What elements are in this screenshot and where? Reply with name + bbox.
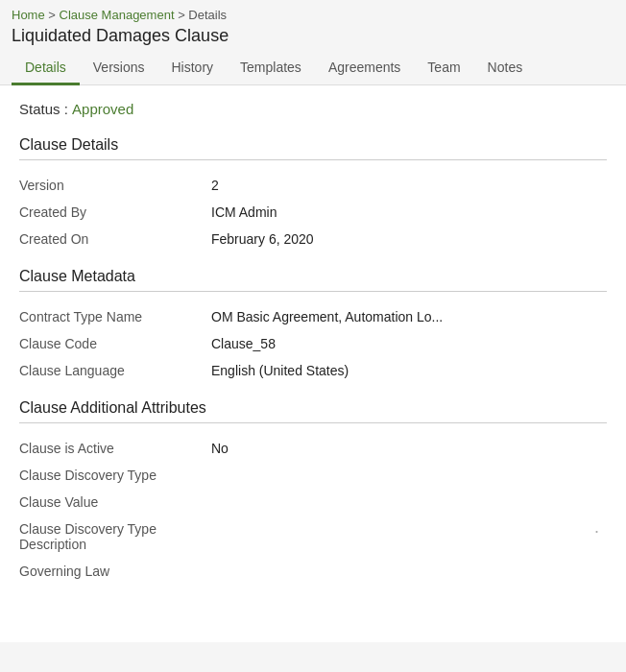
field-clause-code: Clause Code Clause_58: [19, 330, 607, 357]
breadcrumb-home[interactable]: Home: [12, 8, 45, 22]
field-clause-active: Clause is Active No: [19, 435, 607, 462]
tab-history[interactable]: History: [158, 52, 228, 85]
field-clause-language-label: Clause Language: [19, 363, 211, 378]
main-content: Status : Approved Clause Details Version…: [0, 85, 626, 642]
field-governing-law-label: Governing Law: [19, 564, 211, 579]
field-clause-active-label: Clause is Active: [19, 441, 211, 456]
breadcrumb: Home > Clause Management > Details: [0, 0, 626, 26]
clause-additional-divider: [19, 422, 607, 423]
field-clause-value: Clause Value: [19, 489, 607, 516]
field-created-on-value: February 6, 2020: [211, 231, 314, 247]
clause-metadata-section: Clause Metadata Contract Type Name OM Ba…: [19, 268, 607, 384]
field-clause-code-value: Clause_58: [211, 336, 276, 351]
field-clause-language: Clause Language English (United States): [19, 357, 607, 384]
status-label: Status :: [19, 101, 72, 117]
clause-details-title: Clause Details: [19, 136, 607, 154]
field-contract-type-label: Contract Type Name: [19, 309, 211, 324]
field-clause-discovery-desc-label: Clause Discovery Type Description: [19, 521, 211, 552]
field-clause-language-value: English (United States): [211, 363, 349, 378]
field-governing-law: Governing Law: [19, 558, 607, 585]
clause-additional-section: Clause Additional Attributes Clause is A…: [19, 399, 607, 585]
status-value: Approved: [72, 101, 133, 117]
field-created-by-label: Created By: [19, 204, 211, 220]
field-created-on-label: Created On: [19, 231, 211, 247]
breadcrumb-current: Details: [188, 8, 227, 22]
page-title: Liquidated Damages Clause: [0, 26, 626, 52]
field-created-by: Created By ICM Admin: [19, 199, 607, 226]
status-row: Status : Approved: [19, 101, 607, 117]
tab-details[interactable]: Details: [12, 52, 80, 85]
tab-bar: Details Versions History Templates Agree…: [0, 52, 626, 85]
field-version-value: 2: [211, 178, 219, 193]
clause-details-section: Clause Details Version 2 Created By ICM …: [19, 136, 607, 252]
breadcrumb-clause-management[interactable]: Clause Management: [60, 8, 175, 22]
dot-indicator: ·: [594, 521, 599, 541]
field-clause-active-value: No: [211, 441, 229, 456]
tab-versions[interactable]: Versions: [80, 52, 158, 85]
tab-notes[interactable]: Notes: [474, 52, 537, 85]
field-created-by-value: ICM Admin: [211, 204, 277, 220]
field-clause-discovery-type: Clause Discovery Type: [19, 462, 607, 489]
breadcrumb-sep1: >: [48, 8, 59, 22]
field-version: Version 2: [19, 172, 607, 199]
field-contract-type-value: OM Basic Agreement, Automation Lo...: [211, 309, 443, 324]
field-clause-discovery-type-label: Clause Discovery Type: [19, 468, 211, 483]
clause-additional-title: Clause Additional Attributes: [19, 399, 607, 417]
field-version-label: Version: [19, 178, 211, 193]
tab-agreements[interactable]: Agreements: [315, 52, 414, 85]
field-clause-discovery-desc: Clause Discovery Type Description ·: [19, 516, 607, 558]
breadcrumb-sep2: >: [178, 8, 188, 22]
field-clause-code-label: Clause Code: [19, 336, 211, 351]
clause-details-divider: [19, 159, 607, 160]
tab-templates[interactable]: Templates: [227, 52, 315, 85]
field-created-on: Created On February 6, 2020: [19, 226, 607, 252]
clause-metadata-divider: [19, 291, 607, 292]
tab-team[interactable]: Team: [414, 52, 473, 85]
clause-metadata-title: Clause Metadata: [19, 268, 607, 285]
field-contract-type-name: Contract Type Name OM Basic Agreement, A…: [19, 303, 607, 330]
field-clause-value-label: Clause Value: [19, 494, 211, 510]
